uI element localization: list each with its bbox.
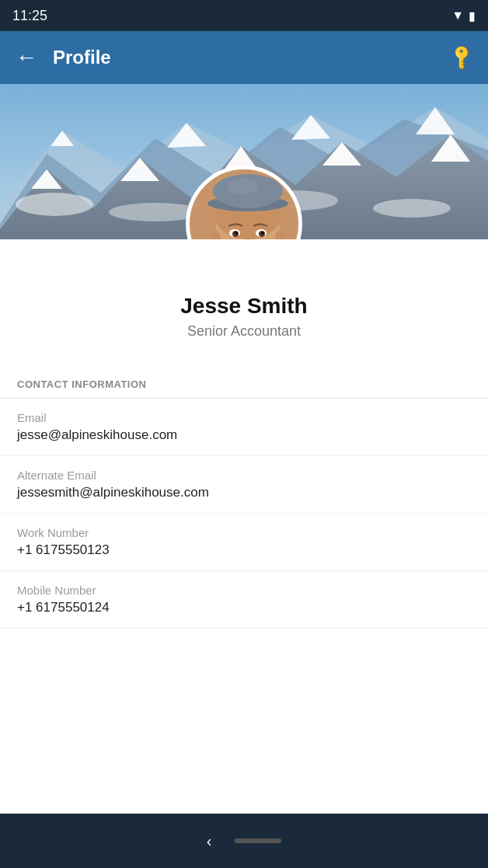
work-number-field-group: Work Number +1 6175550123 bbox=[0, 514, 488, 571]
battery-icon: ▮ bbox=[469, 9, 476, 23]
key-icon[interactable]: 🔑 bbox=[448, 43, 476, 71]
mobile-number-field-group: Mobile Number +1 6175550124 bbox=[0, 571, 488, 629]
status-bar: 11:25 ▼ ▮ bbox=[0, 0, 488, 31]
work-number-label: Work Number bbox=[17, 526, 471, 539]
svg-point-29 bbox=[235, 232, 238, 235]
work-number-value: +1 6175550123 bbox=[17, 542, 471, 558]
profile-name: Jesse Smith bbox=[0, 294, 488, 319]
email-label: Email bbox=[17, 411, 471, 424]
bottom-back-chevron[interactable]: ‹ bbox=[207, 832, 212, 850]
contact-section-header: CONTACT INFORMATION bbox=[0, 363, 488, 399]
alt-email-field-group: Alternate Email jessesmith@alpineskihous… bbox=[0, 456, 488, 514]
back-button[interactable]: ← bbox=[16, 45, 37, 70]
alt-email-label: Alternate Email bbox=[17, 469, 471, 482]
svg-point-24 bbox=[227, 179, 258, 194]
email-field-group: Email jesse@alpineskihouse.com bbox=[0, 399, 488, 456]
profile-section: Jesse Smith Senior Accountant bbox=[0, 239, 488, 363]
status-icons: ▼ ▮ bbox=[451, 9, 476, 23]
status-time: 11:25 bbox=[12, 8, 47, 24]
svg-point-13 bbox=[16, 193, 93, 216]
email-value: jesse@alpineskihouse.com bbox=[17, 427, 471, 443]
profile-job-title: Senior Accountant bbox=[0, 323, 488, 340]
wifi-icon: ▼ bbox=[451, 9, 464, 23]
mobile-number-value: +1 6175550124 bbox=[17, 600, 471, 615]
bottom-pill bbox=[235, 838, 281, 843]
mobile-number-label: Mobile Number bbox=[17, 584, 471, 597]
page-title: Profile bbox=[37, 47, 451, 68]
svg-point-16 bbox=[373, 199, 451, 218]
bottom-bar: ‹ bbox=[0, 814, 488, 868]
svg-point-30 bbox=[261, 232, 264, 235]
contact-section: CONTACT INFORMATION Email jesse@alpinesk… bbox=[0, 363, 488, 814]
hero-banner bbox=[0, 84, 488, 239]
alt-email-value: jessesmith@alpineskihouse.com bbox=[17, 485, 471, 500]
nav-bar: ← Profile 🔑 bbox=[0, 31, 488, 84]
